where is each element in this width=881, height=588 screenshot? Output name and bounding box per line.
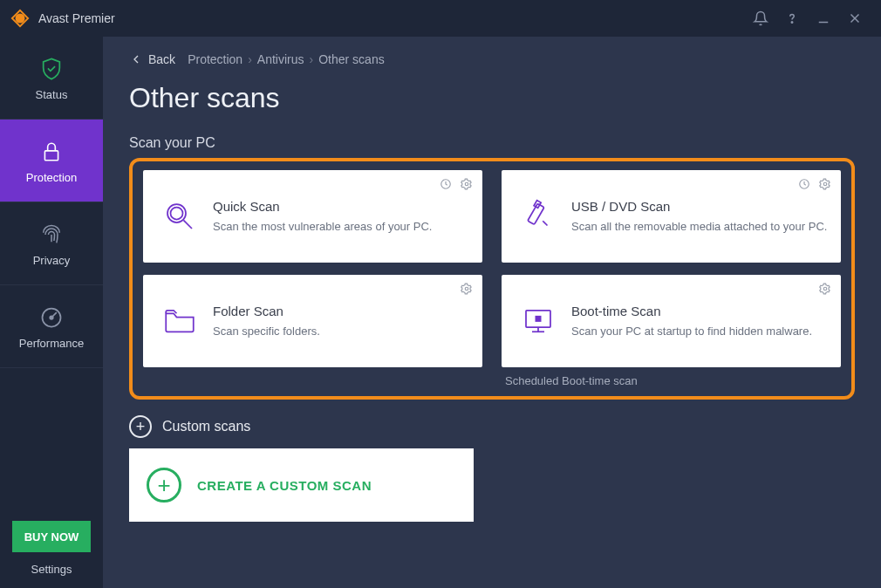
svg-point-9 (465, 182, 468, 186)
scan-section-title: Scan your PC (129, 135, 855, 151)
monitor-icon (517, 300, 559, 342)
svg-rect-5 (44, 150, 58, 160)
sidebar: Status Protection Privacy Performance (0, 37, 103, 588)
card-description: Scan all the removable media attached to… (571, 219, 829, 235)
svg-line-12 (183, 220, 192, 229)
content-area: Back Protection › Antivirus › Other scan… (103, 37, 881, 588)
crumb-antivirus[interactable]: Antivirus (257, 52, 304, 66)
sidebar-item-label: Privacy (33, 254, 71, 267)
buy-now-button[interactable]: BUY NOW (12, 521, 91, 552)
back-label: Back (148, 52, 175, 66)
sidebar-item-performance[interactable]: Performance (0, 285, 103, 368)
status-shield-icon (38, 55, 65, 83)
avast-logo-icon (10, 9, 30, 28)
app-title: Avast Premier (38, 11, 115, 25)
back-button[interactable]: Back (129, 52, 175, 66)
boot-time-scan-card[interactable]: Boot-time Scan Scan your PC at startup t… (502, 275, 841, 367)
svg-point-1 (791, 22, 793, 24)
schedule-icon[interactable] (797, 177, 811, 191)
sidebar-item-status[interactable]: Status (0, 37, 103, 120)
svg-point-7 (50, 316, 53, 319)
card-title: Quick Scan (213, 199, 470, 214)
gear-icon[interactable] (818, 177, 832, 191)
usb-dvd-scan-card[interactable]: USB / DVD Scan Scan all the removable me… (502, 170, 841, 263)
sidebar-item-label: Protection (26, 171, 78, 184)
help-button[interactable] (776, 3, 808, 34)
magnifier-icon (159, 195, 201, 237)
settings-link[interactable]: Settings (0, 563, 103, 588)
sidebar-item-label: Status (36, 88, 68, 101)
gear-icon[interactable] (460, 177, 474, 191)
svg-point-0 (16, 14, 25, 24)
svg-point-11 (171, 208, 183, 220)
folder-icon (159, 300, 201, 342)
custom-scans-header[interactable]: + Custom scans (129, 415, 855, 438)
plus-icon: + (147, 468, 181, 503)
custom-scans-title: Custom scans (162, 419, 250, 434)
create-custom-label: CREATE A CUSTOM SCAN (197, 478, 372, 493)
gauge-icon (38, 304, 65, 332)
svg-point-19 (823, 287, 827, 291)
create-custom-scan-card[interactable]: + CREATE A CUSTOM SCAN (129, 448, 474, 522)
card-title: Folder Scan (213, 304, 470, 318)
page-title: Other scans (129, 82, 855, 114)
highlighted-scan-box: Quick Scan Scan the most vulnerable area… (129, 158, 855, 400)
breadcrumb: Back Protection › Antivirus › Other scan… (129, 52, 855, 66)
card-description: Scan specific folders. (213, 324, 470, 339)
folder-scan-card[interactable]: Folder Scan Scan specific folders. (143, 275, 482, 367)
card-description: Scan the most vulnerable areas of your P… (213, 219, 470, 235)
close-button[interactable] (839, 3, 871, 34)
app-window: Avast Premier Status (0, 0, 881, 588)
gear-icon[interactable] (460, 282, 474, 296)
lock-icon (38, 138, 65, 166)
card-title: USB / DVD Scan (571, 199, 829, 214)
usb-stick-icon (517, 195, 559, 237)
plus-circle-icon: + (129, 415, 152, 438)
fingerprint-icon (38, 221, 65, 249)
svg-line-17 (543, 221, 547, 225)
minimize-button[interactable] (808, 3, 839, 34)
card-description: Scan your PC at startup to find hidden m… (571, 324, 829, 339)
sidebar-item-privacy[interactable]: Privacy (0, 202, 103, 285)
gear-icon[interactable] (818, 282, 832, 296)
scheduled-boot-time-note: Scheduled Boot-time scan (502, 374, 841, 387)
sidebar-item-protection[interactable]: Protection (0, 120, 103, 202)
crumb-other-scans[interactable]: Other scans (318, 52, 384, 66)
chevron-right-icon: › (248, 52, 252, 66)
svg-point-14 (823, 182, 827, 186)
svg-rect-23 (536, 316, 542, 322)
svg-point-18 (465, 287, 468, 291)
chevron-right-icon: › (310, 52, 314, 66)
sidebar-item-label: Performance (19, 337, 84, 350)
quick-scan-card[interactable]: Quick Scan Scan the most vulnerable area… (143, 170, 482, 263)
titlebar: Avast Premier (0, 0, 881, 37)
crumb-protection[interactable]: Protection (188, 52, 242, 66)
card-title: Boot-time Scan (571, 304, 829, 318)
schedule-icon[interactable] (439, 177, 453, 191)
notifications-button[interactable] (745, 3, 776, 34)
